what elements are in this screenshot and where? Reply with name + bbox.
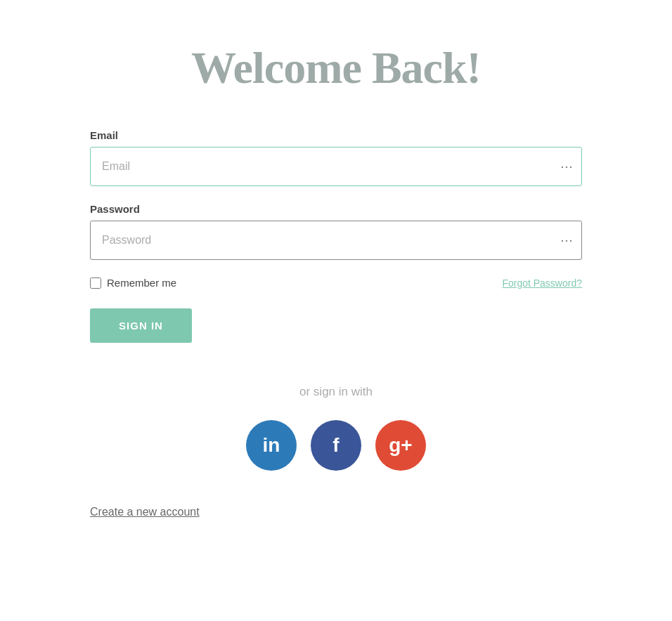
linkedin-button[interactable]: in (246, 420, 297, 471)
google-button[interactable]: g+ (375, 420, 426, 471)
login-container: Welcome Back! Email ⋯ Password ⋯ Remembe… (62, 28, 610, 547)
email-input-wrapper: ⋯ (90, 147, 582, 186)
password-field-group: Password ⋯ (90, 203, 582, 260)
password-input-wrapper: ⋯ (90, 221, 582, 260)
password-label: Password (90, 203, 582, 215)
email-input[interactable] (91, 148, 581, 185)
email-field-group: Email ⋯ (90, 129, 582, 186)
or-sign-in-text: or sign in with (90, 385, 582, 399)
password-icon: ⋯ (560, 233, 573, 248)
password-input[interactable] (91, 221, 581, 259)
email-label: Email (90, 129, 582, 141)
page-title: Welcome Back! (90, 42, 582, 94)
forgot-password-link[interactable]: Forgot Password? (502, 277, 582, 289)
sign-in-button[interactable]: SIGN IN (90, 308, 192, 343)
remember-me-label[interactable]: Remember me (90, 277, 176, 289)
remember-forgot-row: Remember me Forgot Password? (90, 277, 582, 289)
social-buttons-container: in f g+ (90, 420, 582, 471)
create-account-link[interactable]: Create a new account (90, 506, 200, 518)
email-icon: ⋯ (560, 159, 573, 174)
facebook-button[interactable]: f (311, 420, 361, 471)
remember-me-text: Remember me (107, 277, 176, 289)
remember-me-checkbox[interactable] (90, 277, 101, 289)
